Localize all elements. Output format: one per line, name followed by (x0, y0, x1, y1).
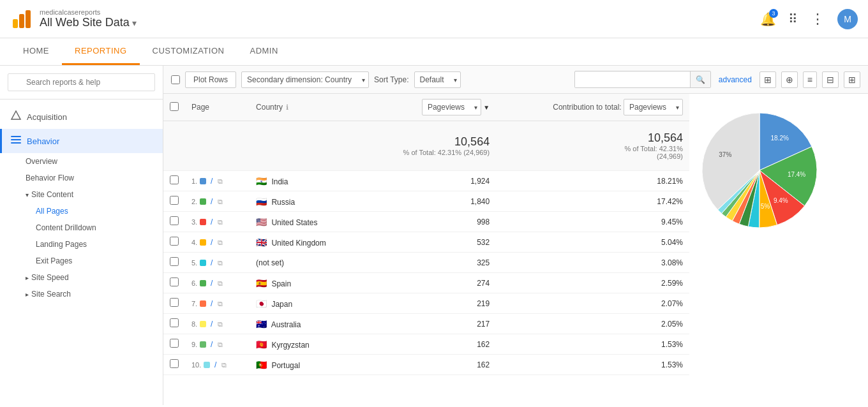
copy-icon[interactable]: ⧉ (218, 320, 223, 328)
row-checkbox[interactable] (170, 216, 179, 225)
pie-label: 9.4% (774, 197, 788, 204)
row-num: 6. (191, 279, 197, 287)
avatar[interactable]: M (837, 9, 858, 29)
table-row: 10. / ⧉ 🇵🇹 Portugal 162 1.53% (163, 355, 689, 375)
select-all-checkbox[interactable] (171, 75, 180, 84)
row-pageviews-cell: 217 (362, 314, 497, 334)
plot-rows-button[interactable]: Plot Rows (185, 71, 236, 88)
row-checkbox[interactable] (170, 298, 179, 307)
row-pageviews-cell: 325 (362, 253, 497, 273)
summary-td-country (250, 121, 362, 171)
row-checkbox[interactable] (170, 318, 179, 327)
row-page-link[interactable]: / (211, 299, 213, 308)
pie-label: 18.2% (771, 135, 789, 142)
row-page-link[interactable]: / (214, 360, 216, 369)
row-pageviews-cell: 1,840 (362, 191, 497, 212)
nav-admin[interactable]: ADMIN (237, 38, 290, 65)
copy-icon[interactable]: ⧉ (218, 341, 223, 348)
row-page-link[interactable]: / (211, 238, 213, 247)
header: medicalcasereports All Web Site Data ▾ 🔔… (0, 0, 868, 38)
header-checkbox[interactable] (170, 102, 179, 111)
row-checkbox[interactable] (170, 196, 179, 205)
row-country-cell: 🇷🇺 Russia (250, 191, 362, 212)
row-page-link[interactable]: / (211, 279, 213, 288)
row-checkbox-cell (163, 171, 185, 191)
sidebar-item-exit-pages[interactable]: Exit Pages (0, 253, 163, 269)
sidebar-item-site-content[interactable]: ▾ Site Content (0, 186, 163, 203)
svg-rect-1 (19, 14, 24, 28)
row-checkbox[interactable] (170, 278, 179, 286)
advanced-link[interactable]: advanced (716, 75, 754, 84)
sidebar-item-landing-pages[interactable]: Landing Pages (0, 236, 163, 253)
nav-home[interactable]: HOME (10, 38, 62, 65)
sidebar-item-site-speed[interactable]: ▸ Site Speed (0, 269, 163, 286)
row-country-cell: (not set) (250, 253, 362, 273)
pageviews-metric-select[interactable]: Pageviews (422, 99, 481, 115)
row-num: 7. (191, 300, 197, 307)
row-page-link[interactable]: / (211, 320, 213, 329)
notifications-button[interactable]: 🔔 3 (758, 9, 778, 29)
site-title-dropdown-arrow[interactable]: ▾ (132, 18, 137, 28)
copy-icon[interactable]: ⧉ (218, 177, 223, 185)
apps-grid-icon[interactable]: ⠿ (788, 11, 798, 27)
country-name: Russia (271, 198, 295, 207)
search-input[interactable] (8, 73, 155, 91)
copy-icon[interactable]: ⧉ (218, 218, 223, 226)
copy-icon[interactable]: ⧉ (218, 300, 223, 307)
sort-type-select[interactable]: Default (414, 71, 461, 88)
row-country-cell: 🇬🇧 United Kingdom (250, 232, 362, 253)
row-page-link[interactable]: / (211, 258, 213, 267)
pivot-view-button[interactable]: ⊟ (822, 71, 839, 88)
sidebar-item-content-drilldown[interactable]: Content Drilldown (0, 219, 163, 236)
copy-icon[interactable]: ⧉ (218, 279, 223, 287)
sidebar-item-behavior-flow[interactable]: Behavior Flow (0, 170, 163, 186)
pie-label: 17.4% (788, 171, 805, 178)
row-checkbox[interactable] (170, 257, 179, 266)
row-checkbox[interactable] (170, 339, 179, 348)
sidebar-item-site-search[interactable]: ▸ Site Search (0, 286, 163, 302)
copy-icon[interactable]: ⧉ (218, 239, 223, 246)
row-checkbox[interactable] (170, 175, 179, 184)
ga-logo (10, 8, 33, 31)
nav-reporting[interactable]: REPORTING (62, 38, 140, 65)
more-options-icon[interactable]: ⋮ (811, 11, 825, 27)
sidebar-item-all-pages[interactable]: All Pages (0, 203, 163, 219)
pageviews-metric-wrapper: Pageviews (422, 99, 481, 115)
pivot-icon: ⊟ (827, 75, 834, 85)
site-name: medicalcasereports (40, 8, 137, 16)
row-page-link[interactable]: / (211, 197, 213, 206)
table-search-button[interactable]: 🔍 (690, 71, 710, 87)
row-page-link[interactable]: / (211, 218, 213, 226)
row-page-cell: 4. / ⧉ (185, 232, 250, 253)
row-pct-cell: 9.45% (496, 212, 689, 232)
svg-rect-4 (11, 139, 21, 140)
contribution-metric-select[interactable]: Pageviews (624, 99, 683, 115)
table-row: 3. / ⧉ 🇺🇸 United States 998 9.45% (163, 212, 689, 232)
custom-view-button[interactable]: ⊞ (844, 71, 860, 88)
acquisition-icon (10, 110, 22, 124)
list-view-button[interactable]: ≡ (803, 71, 817, 88)
nav-customization[interactable]: CUSTOMIZATION (140, 38, 237, 65)
row-page-link[interactable]: / (211, 340, 213, 349)
comparison-view-button[interactable]: ⊕ (781, 71, 798, 88)
custom-icon: ⊞ (848, 75, 856, 85)
row-page-link[interactable]: / (211, 177, 213, 186)
main-layout: Acquisition Behavior Overview Behavior F… (0, 66, 868, 405)
table-search-input[interactable] (575, 72, 690, 87)
copy-icon[interactable]: ⧉ (218, 259, 223, 267)
row-checkbox[interactable] (170, 237, 179, 246)
site-title: All Web Site Data ▾ (40, 16, 137, 29)
grid-view-button[interactable]: ⊞ (760, 71, 776, 88)
th-pageviews[interactable]: Pageviews ▼ (362, 94, 497, 121)
sidebar-item-overview[interactable]: Overview (0, 153, 163, 170)
copy-icon[interactable]: ⧉ (221, 361, 227, 369)
sidebar-item-acquisition[interactable]: Acquisition (0, 105, 163, 129)
table-row: 7. / ⧉ 🇯🇵 Japan 219 2.07% (163, 293, 689, 314)
copy-icon[interactable]: ⧉ (218, 198, 223, 205)
secondary-dimension-select[interactable]: Secondary dimension: Country (241, 71, 369, 88)
sidebar-item-behavior[interactable]: Behavior (0, 129, 163, 153)
row-page-cell: 1. / ⧉ (185, 171, 250, 191)
row-num: 4. (191, 239, 197, 246)
row-checkbox-cell (163, 273, 185, 293)
row-checkbox[interactable] (170, 359, 179, 368)
